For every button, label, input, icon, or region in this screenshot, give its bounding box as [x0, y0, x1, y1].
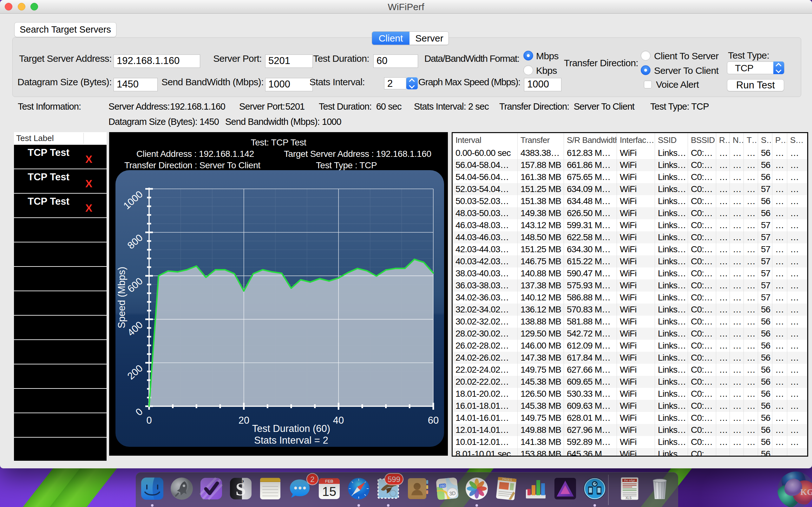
svg-text:Speed (Mbps): Speed (Mbps): [116, 267, 127, 329]
svg-text:Test Duration (60): Test Duration (60): [252, 423, 330, 434]
svg-text:Stats Interval = 2: Stats Interval = 2: [254, 435, 328, 446]
svg-text:280: 280: [440, 484, 446, 488]
svg-text:KG: KG: [800, 487, 812, 497]
svg-text:40: 40: [333, 415, 344, 426]
svg-text:FEB: FEB: [325, 479, 334, 484]
svg-text:0: 0: [146, 415, 152, 426]
svg-text:3D: 3D: [449, 491, 456, 497]
svg-text:20: 20: [239, 415, 249, 426]
svg-text:15: 15: [322, 485, 337, 498]
svg-text:60: 60: [428, 415, 439, 426]
svg-text:’: ’: [241, 478, 245, 488]
svg-text:XLS: XLS: [625, 496, 631, 500]
svg-text:the edge: the edge: [624, 479, 635, 482]
